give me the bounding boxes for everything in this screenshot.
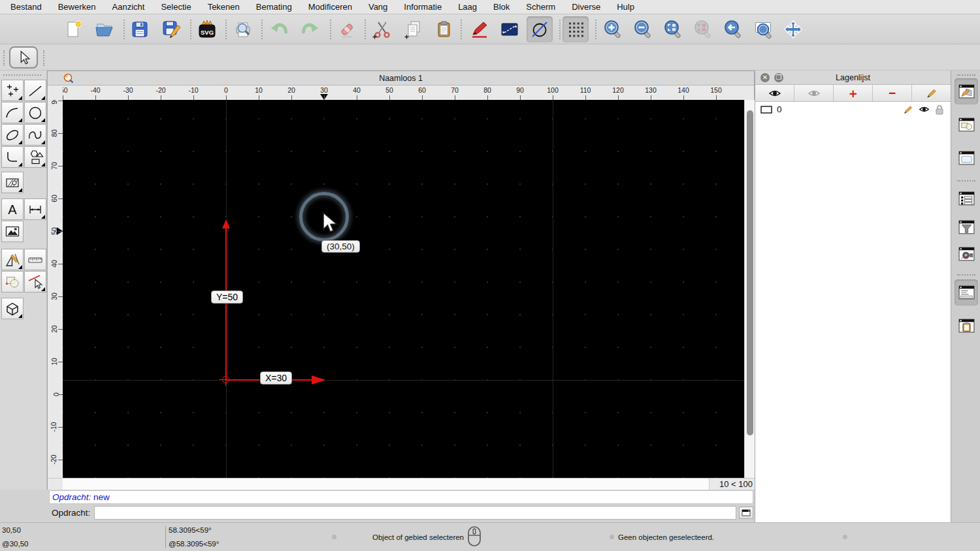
palette-drag-handle[interactable] [3,74,41,76]
show-all-layers-button[interactable] [755,85,794,101]
menu-item-hulp[interactable]: Hulp [617,2,634,12]
menu-item-modificeren[interactable]: Modificeren [308,2,352,12]
pencil-icon [926,87,938,99]
print-preview-button[interactable] [230,16,256,42]
hruler-tick [226,95,227,100]
undo-button[interactable] [267,16,293,42]
polyline-tool-button[interactable] [1,146,24,168]
image-tool-button[interactable] [1,221,24,242]
property-editor-dock-button[interactable] [955,78,978,104]
edit-layer-button[interactable] [912,85,951,101]
measure-tool-button[interactable] [24,249,46,270]
menu-item-vang[interactable]: Vang [368,2,387,12]
zoom-auto-button[interactable] [660,16,686,42]
command-window-toggle-button[interactable] [739,507,753,519]
new-file-button[interactable] [61,16,87,42]
spline-tool-button[interactable] [24,124,46,146]
add-layer-button[interactable]: ＋ [834,85,873,101]
save-as-button[interactable] [158,16,184,42]
dock-drag-handle[interactable] [957,74,975,76]
lock-icon[interactable] [935,104,944,115]
text-icon: A [4,201,21,218]
ellipse-tool-button[interactable] [1,124,24,146]
menu-item-bemating[interactable]: Bemating [256,2,292,12]
text-tool-button[interactable]: A [1,198,24,220]
trim-tool-button[interactable] [24,271,46,292]
hruler-tick [389,95,390,100]
point-tool-button[interactable] [1,80,24,101]
vertical-ruler: 9080706050403020100-10-20-30 [48,100,63,478]
menu-item-scherm[interactable]: Scherm [526,2,555,12]
save-button[interactable] [127,16,153,42]
menu-item-laag[interactable]: Laag [458,2,477,12]
paste-button[interactable] [431,16,457,42]
hruler-tick [161,95,161,100]
arc-tool-button[interactable] [1,102,24,123]
menu-item-tekenen[interactable]: Tekenen [208,2,240,12]
shapes-tool-button[interactable] [24,146,46,168]
hatch-tool-button[interactable] [1,172,24,193]
open-file-button[interactable] [91,16,118,42]
hruler-tick-label: -30 [123,86,133,94]
frame-dock-button[interactable] [955,145,978,171]
draw-pen-button[interactable] [466,16,493,42]
undock-panel-icon[interactable]: ❐ [774,73,783,82]
canvas-horizontal-scrollbar[interactable] [63,479,710,490]
menu-item-aanzicht[interactable]: Aanzicht [112,2,145,12]
dimension-tool-button[interactable] [497,16,523,42]
circle-tool-button[interactable] [527,16,553,42]
selection-tool-button[interactable] [9,46,38,69]
view-dock-button[interactable] [955,241,978,267]
drawing-canvas[interactable]: Y=50 X=30 (30,50) [63,100,744,478]
cut-button[interactable] [368,16,395,42]
hide-all-layers-button[interactable] [794,85,834,101]
menu-item-informatie[interactable]: Informatie [404,2,442,12]
vruler-tick-label: 20 [50,325,58,333]
vruler-tick-label: -10 [49,422,57,432]
drafting-tools-button[interactable] [1,249,24,270]
menu-item-bewerken[interactable]: Bewerken [58,2,96,12]
menu-item-bestand[interactable]: Bestand [10,2,42,12]
menu-item-diverse[interactable]: Diverse [572,2,600,12]
toolbar-drag-handle[interactable] [3,50,5,66]
clipboard-dock-button[interactable] [955,313,978,339]
zoom-window-button[interactable] [750,16,776,42]
status-dot [610,535,614,539]
zoom-out-button[interactable] [630,16,656,42]
command-line-dock-button[interactable] [955,279,978,306]
solid-3d-button[interactable] [1,298,24,319]
zoom-previous-button[interactable] [720,16,746,42]
layer-list-window-icon [958,190,975,208]
pan-button[interactable] [780,16,806,42]
dimension-button[interactable] [24,198,46,220]
redo-button[interactable] [297,16,323,42]
line-tool-button[interactable] [24,80,46,101]
scrollbar-thumb[interactable] [747,110,753,435]
hruler-tick-label: 110 [580,86,591,94]
hruler-tick-label: 60 [418,86,426,94]
circle-draw-button[interactable] [24,102,46,123]
layer-list-dock-button[interactable] [955,185,978,212]
menu-item-selectie[interactable]: Selectie [161,2,191,12]
canvas-vertical-scrollbar[interactable] [744,100,755,478]
remove-layer-button[interactable]: − [873,85,912,101]
app-window: BestandBewerkenAanzichtSelectieTekenenBe… [0,0,980,551]
selection-dock-button[interactable] [955,112,978,138]
zoom-selection-button[interactable] [690,16,716,42]
drawing-title-bar[interactable]: Naamloos 1 [48,71,754,86]
zoom-in-button[interactable] [600,16,626,42]
hruler-tick [520,95,521,100]
eraser-button[interactable] [334,16,360,42]
filter-dock-button[interactable] [955,214,978,240]
svg-export-button[interactable]: SVG [194,16,220,42]
close-panel-icon[interactable]: ✕ [760,73,770,82]
command-input[interactable] [94,506,736,520]
menu-item-blok[interactable]: Blok [493,2,510,12]
modify-shapes-button[interactable] [1,271,24,292]
copy-button[interactable] [400,16,427,42]
grid-toggle-button[interactable] [563,16,589,42]
edit-pencil-icon[interactable] [903,104,913,115]
layer-visible-eye-icon[interactable] [919,104,930,115]
toolbar-drag-handle[interactable] [43,50,44,66]
layer-row[interactable]: 0 [755,102,951,117]
